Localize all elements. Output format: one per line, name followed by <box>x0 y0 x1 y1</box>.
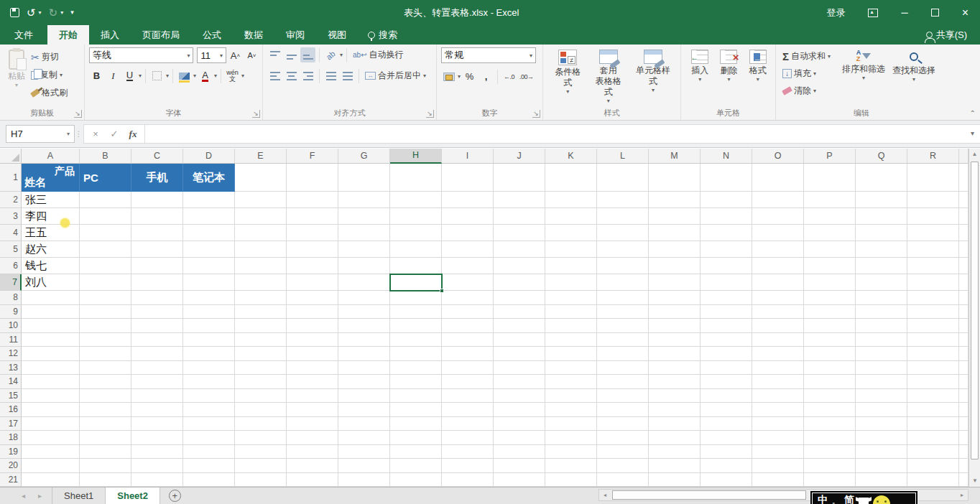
cell-L21[interactable] <box>597 473 649 487</box>
cell-A17[interactable] <box>22 417 80 431</box>
cell-G13[interactable] <box>338 361 390 375</box>
cell-H2[interactable] <box>390 192 442 208</box>
cell-Q18[interactable] <box>856 431 907 445</box>
cell-D8[interactable] <box>183 291 235 305</box>
sort-filter-button[interactable]: AZ 排序和筛选 ▾ <box>838 47 889 83</box>
cell-Q6[interactable] <box>856 258 907 274</box>
sheet-tab-sheet1[interactable]: Sheet1 <box>52 487 106 504</box>
paste-button[interactable]: 粘贴 ▾ <box>4 47 29 90</box>
cell-N18[interactable] <box>701 431 752 445</box>
column-header-H[interactable]: H <box>390 149 442 164</box>
cell-B14[interactable] <box>80 375 131 389</box>
cell-G11[interactable] <box>338 333 390 347</box>
undo-dropdown-icon[interactable]: ▾ <box>39 9 42 16</box>
column-header-E[interactable]: E <box>235 149 287 164</box>
cell-H11[interactable] <box>390 333 442 347</box>
cell-K20[interactable] <box>545 459 597 473</box>
vertical-scrollbar[interactable]: ▲ ▼ <box>969 149 980 487</box>
cell-K15[interactable] <box>545 389 597 403</box>
phonetic-button[interactable]: wén文 <box>225 68 240 83</box>
column-header-Q[interactable]: Q <box>856 149 907 164</box>
cell-Q15[interactable] <box>856 389 907 403</box>
cell-L20[interactable] <box>597 459 649 473</box>
cell-C18[interactable] <box>131 431 183 445</box>
cell-H8[interactable] <box>390 291 442 305</box>
cell-R5[interactable] <box>907 241 959 258</box>
format-cells-button[interactable]: 格式 ▾ <box>746 47 770 85</box>
cell-C13[interactable] <box>131 361 183 375</box>
tab-home[interactable]: 开始 <box>47 25 89 45</box>
column-header-D[interactable]: D <box>183 149 235 164</box>
font-size-combo[interactable]: 11▾ <box>197 47 226 63</box>
cell-D2[interactable] <box>183 192 235 208</box>
cell-A8[interactable] <box>22 291 80 305</box>
cell-K5[interactable] <box>545 241 597 258</box>
ime-mode-indicator[interactable]: 中 <box>818 494 828 504</box>
cell-H4[interactable] <box>390 225 442 241</box>
cell-P17[interactable] <box>804 417 856 431</box>
cell-I6[interactable] <box>442 258 494 274</box>
customize-qat-icon[interactable]: ▾ <box>70 9 74 16</box>
row-header-2[interactable]: 2 <box>0 192 22 208</box>
cell-I14[interactable] <box>442 375 494 389</box>
cell-Q8[interactable] <box>856 291 907 305</box>
cell-A5[interactable]: 赵六 <box>22 241 80 258</box>
cell-R4[interactable] <box>907 225 959 241</box>
cell-G10[interactable] <box>338 319 390 333</box>
cell-J4[interactable] <box>494 225 545 241</box>
row-header-17[interactable]: 17 <box>0 417 22 431</box>
cell-J11[interactable] <box>494 333 545 347</box>
cell-I11[interactable] <box>442 333 494 347</box>
cell-L15[interactable] <box>597 389 649 403</box>
cell-C5[interactable] <box>131 241 183 258</box>
cell-partial-14[interactable] <box>959 375 969 389</box>
cell-M9[interactable] <box>649 305 701 319</box>
row-header-5[interactable]: 5 <box>0 241 22 258</box>
cell-Q5[interactable] <box>856 241 907 258</box>
cell-L11[interactable] <box>597 333 649 347</box>
cell-J13[interactable] <box>494 361 545 375</box>
cell-O3[interactable] <box>752 208 804 225</box>
cell-O7[interactable] <box>752 274 804 291</box>
cell-partial-9[interactable] <box>959 305 969 319</box>
cell-C10[interactable] <box>131 319 183 333</box>
column-header-O[interactable]: O <box>752 149 804 164</box>
cut-button[interactable]: ✂剪切 <box>29 50 70 65</box>
cell-A13[interactable] <box>22 361 80 375</box>
align-middle-button[interactable] <box>284 47 299 62</box>
cell-O1[interactable] <box>752 164 804 192</box>
cell-O10[interactable] <box>752 319 804 333</box>
cell-M13[interactable] <box>649 361 701 375</box>
orientation-button[interactable]: ab <box>323 47 338 62</box>
cell-N2[interactable] <box>701 192 752 208</box>
cell-E8[interactable] <box>235 291 287 305</box>
number-dialog-launcher[interactable]: ↘ <box>532 110 540 118</box>
row-header-18[interactable]: 18 <box>0 431 22 445</box>
cell-I3[interactable] <box>442 208 494 225</box>
cell-G12[interactable] <box>338 347 390 361</box>
font-dialog-launcher[interactable]: ↘ <box>252 110 260 118</box>
cell-K1[interactable] <box>545 164 597 192</box>
cell-P2[interactable] <box>804 192 856 208</box>
cell-G1[interactable] <box>338 164 390 192</box>
cell-G3[interactable] <box>338 208 390 225</box>
cell-A14[interactable] <box>22 375 80 389</box>
cell-R14[interactable] <box>907 375 959 389</box>
cell-K10[interactable] <box>545 319 597 333</box>
cell-H9[interactable] <box>390 305 442 319</box>
column-header-B[interactable]: B <box>80 149 131 164</box>
fill-button[interactable]: ↓填充▾ <box>780 66 833 81</box>
cell-E17[interactable] <box>235 417 287 431</box>
cell-Q21[interactable] <box>856 473 907 487</box>
borders-dropdown-icon[interactable]: ▾ <box>166 73 169 79</box>
cell-E11[interactable] <box>235 333 287 347</box>
cell-partial-8[interactable] <box>959 291 969 305</box>
row-header-12[interactable]: 12 <box>0 347 22 361</box>
cell-Q20[interactable] <box>856 459 907 473</box>
cell-K6[interactable] <box>545 258 597 274</box>
cell-G15[interactable] <box>338 389 390 403</box>
cell-partial-16[interactable] <box>959 403 969 417</box>
cell-partial-15[interactable] <box>959 389 969 403</box>
cell-N1[interactable] <box>701 164 752 192</box>
cell-F15[interactable] <box>287 389 338 403</box>
